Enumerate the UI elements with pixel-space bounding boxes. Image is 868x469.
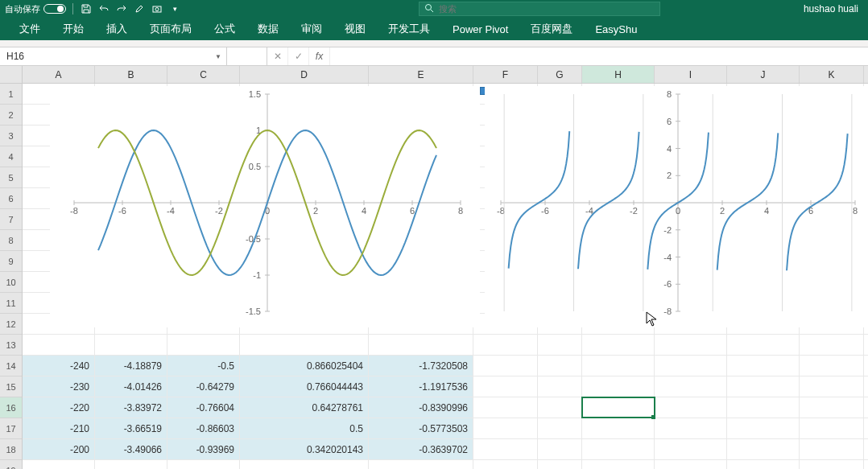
cell[interactable] [800, 397, 864, 418]
col-header[interactable]: D [240, 66, 369, 83]
row-header[interactable]: 9 [0, 251, 22, 272]
cell[interactable] [538, 376, 582, 397]
cell[interactable] [727, 356, 800, 376]
cell[interactable]: -3.66519 [95, 418, 167, 438]
cell[interactable] [473, 335, 538, 355]
cell[interactable] [727, 439, 800, 459]
row-header[interactable]: 11 [0, 293, 22, 314]
cell[interactable] [582, 439, 655, 459]
col-header[interactable]: I [655, 66, 727, 83]
col-header[interactable]: J [727, 66, 800, 83]
row-header[interactable]: 17 [0, 418, 22, 439]
cell[interactable] [473, 397, 538, 418]
cancel-formula-icon[interactable]: ✕ [267, 47, 288, 65]
cell[interactable] [727, 397, 800, 418]
cell[interactable]: -230 [23, 376, 95, 397]
cell[interactable] [800, 356, 864, 376]
row-header[interactable]: 13 [0, 335, 22, 356]
cell[interactable] [655, 397, 727, 418]
row-header[interactable]: 8 [0, 230, 22, 251]
col-header[interactable]: H [582, 66, 655, 83]
cell[interactable] [800, 439, 864, 459]
col-header[interactable]: A [23, 66, 95, 83]
cell[interactable] [538, 356, 582, 376]
row-header[interactable]: 7 [0, 209, 22, 230]
cell[interactable] [473, 376, 538, 397]
row-header[interactable]: 14 [0, 356, 22, 376]
formula-input[interactable] [330, 47, 868, 65]
cell[interactable]: 0.866025404 [240, 356, 369, 376]
cell[interactable]: 0.5 [240, 418, 369, 438]
cell[interactable]: -0.86603 [167, 418, 240, 438]
row-header[interactable]: 19 [0, 460, 22, 469]
save-icon[interactable] [80, 2, 93, 15]
cell[interactable] [473, 439, 538, 459]
cell[interactable] [727, 335, 800, 355]
cell[interactable] [655, 356, 727, 376]
cell[interactable]: -0.76604 [167, 397, 240, 418]
tab-formulas[interactable]: 公式 [203, 18, 246, 40]
row-header[interactable]: 2 [0, 105, 22, 125]
row-header[interactable]: 5 [0, 167, 22, 188]
cell[interactable] [582, 335, 655, 355]
cell[interactable]: -0.5773503 [369, 418, 473, 438]
redo-icon[interactable] [115, 2, 128, 15]
row-header[interactable]: 3 [0, 125, 22, 146]
col-header[interactable]: E [369, 66, 473, 83]
camera-icon[interactable] [151, 2, 163, 15]
tab-data[interactable]: 数据 [246, 18, 290, 40]
cell[interactable]: 0.64278761 [240, 397, 369, 418]
row-header[interactable]: 16 [0, 397, 22, 418]
chart-sin-cos[interactable]: -8-6-4-202468-1.5-1-0.50.511.5 [50, 86, 480, 327]
account-name[interactable]: hushao huali [804, 3, 868, 14]
col-header[interactable]: C [167, 66, 240, 83]
cell[interactable] [167, 335, 240, 355]
search-box[interactable] [419, 2, 660, 16]
cell[interactable] [655, 335, 727, 355]
cell[interactable] [727, 376, 800, 397]
tab-home[interactable]: 开始 [52, 18, 95, 40]
cell[interactable] [655, 439, 727, 459]
fx-icon[interactable]: fx [309, 47, 330, 65]
row-header[interactable]: 10 [0, 272, 22, 293]
cell[interactable] [800, 376, 864, 397]
brush-icon[interactable] [133, 2, 146, 15]
row-header[interactable]: 1 [0, 84, 22, 105]
cell[interactable] [582, 376, 655, 397]
tab-powerpivot[interactable]: Power Pivot [441, 18, 519, 40]
cell[interactable]: -1.1917536 [369, 376, 473, 397]
select-all-corner[interactable] [0, 66, 22, 84]
cell[interactable] [655, 418, 727, 438]
tab-pagelayout[interactable]: 页面布局 [138, 18, 203, 40]
cell[interactable]: -4.01426 [95, 376, 167, 397]
chart-tan[interactable]: -8-6-4-202468-8-6-4-22468 [485, 86, 868, 327]
worksheet[interactable]: 1 2 3 4 5 6 7 8 9 10 11 12 13 14 15 16 1… [0, 66, 868, 469]
cell[interactable] [800, 418, 864, 438]
cell[interactable] [538, 335, 582, 355]
cell[interactable]: 0.766044443 [240, 376, 369, 397]
cell[interactable] [727, 418, 800, 438]
cell[interactable]: -1.7320508 [369, 356, 473, 376]
col-header[interactable]: G [538, 66, 582, 83]
cell[interactable] [582, 356, 655, 376]
tab-insert[interactable]: 插入 [95, 18, 138, 40]
cell[interactable]: -220 [23, 397, 95, 418]
cell[interactable] [538, 397, 582, 418]
row-header[interactable]: 18 [0, 439, 22, 460]
cell[interactable] [655, 376, 727, 397]
cell[interactable] [582, 397, 655, 418]
cell[interactable] [473, 356, 538, 376]
row-header[interactable]: 15 [0, 376, 22, 397]
cell[interactable] [95, 335, 167, 355]
name-box[interactable]: H16▼ [0, 47, 227, 65]
tab-developer[interactable]: 开发工具 [377, 18, 441, 40]
cell[interactable]: -3.83972 [95, 397, 167, 418]
autosave-toggle[interactable]: 自动保存 [5, 3, 66, 15]
tab-file[interactable]: 文件 [8, 18, 52, 40]
qat-more-icon[interactable]: ▾ [168, 2, 181, 15]
col-header[interactable]: K [800, 66, 864, 83]
cell[interactable]: -0.3639702 [369, 439, 473, 459]
col-header[interactable]: B [95, 66, 167, 83]
row-header[interactable]: 4 [0, 146, 22, 167]
tab-review[interactable]: 审阅 [290, 18, 333, 40]
